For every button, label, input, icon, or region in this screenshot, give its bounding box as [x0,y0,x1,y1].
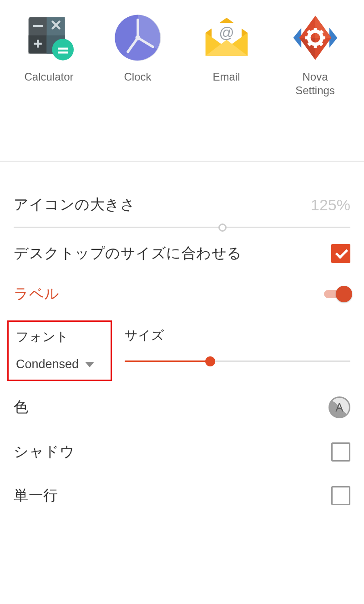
icon-size-value: 125% [311,196,350,214]
app-label: Clock [124,70,151,84]
nova-settings-icon [290,13,340,63]
font-size-row: フォント Condensed サイズ [14,311,350,381]
single-line-label: 単一行 [14,486,58,506]
setting-label-toggle[interactable]: ラベル [14,271,350,311]
setting-match-desktop[interactable]: デスクトップのサイズに合わせる [14,236,350,271]
setting-label-color[interactable]: 色 A [14,381,350,430]
app-label: Nova Settings [295,70,335,97]
font-label: フォント [16,328,103,345]
app-clock[interactable]: Clock [101,13,174,97]
setting-label-shadow[interactable]: シャドウ [14,430,350,474]
app-label: Calculator [24,70,73,84]
icon-size-label: アイコンの大きさ [14,195,135,215]
svg-rect-11 [58,51,68,53]
icon-size-slider[interactable] [14,222,350,233]
icon-preview-area: Calculator Clock @ [0,0,364,111]
setting-icon-size: アイコンの大きさ 125% [14,185,350,236]
svg-text:@: @ [219,24,234,41]
app-nova-settings[interactable]: Nova Settings [279,13,352,97]
svg-rect-30 [305,36,309,40]
label-enabled-switch[interactable] [324,288,350,300]
svg-rect-28 [313,28,317,32]
font-setting-highlight: フォント Condensed [7,320,112,381]
label-size-slider[interactable] [125,356,350,367]
match-desktop-checkbox[interactable] [331,244,350,263]
svg-marker-25 [315,16,331,38]
shadow-label: シャドウ [14,442,75,462]
font-selected-value: Condensed [16,357,79,371]
size-label: サイズ [125,327,350,344]
app-email[interactable]: @ Email [190,13,263,97]
font-dropdown[interactable]: Condensed [16,357,103,371]
app-label: Email [212,70,240,84]
setting-label-single-line[interactable]: 単一行 [14,474,350,518]
calculator-icon [24,13,74,63]
color-letter: A [335,401,343,415]
clock-icon [113,13,163,63]
single-line-checkbox[interactable] [331,486,350,505]
svg-marker-26 [299,38,315,60]
chevron-down-icon [85,362,94,367]
svg-rect-10 [58,48,68,50]
settings-panel: アイコンの大きさ 125% デスクトップのサイズに合わせる ラベル フォント C… [0,162,364,518]
label-section-title: ラベル [14,284,60,304]
color-label: 色 [14,397,29,417]
color-swatch[interactable]: A [329,396,350,418]
svg-rect-29 [313,44,317,48]
email-icon: @ [202,13,252,63]
svg-rect-4 [33,25,43,27]
shadow-checkbox[interactable] [331,442,350,462]
match-desktop-label: デスクトップのサイズに合わせる [14,244,242,264]
svg-rect-31 [321,36,325,40]
svg-point-16 [135,36,140,41]
app-calculator[interactable]: Calculator [13,13,86,97]
